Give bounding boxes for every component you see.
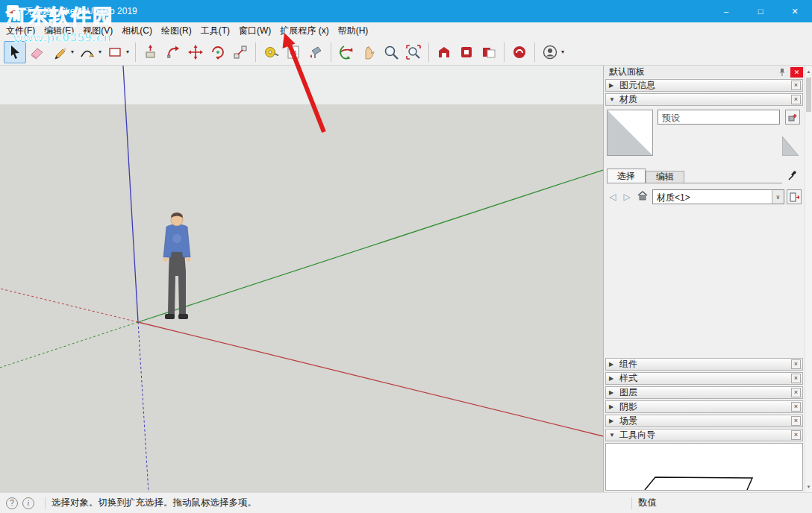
info-icon[interactable]: i bbox=[22, 497, 34, 509]
section-entity-info-close[interactable]: × bbox=[791, 81, 801, 90]
menu-edit[interactable]: 编辑(E) bbox=[40, 22, 78, 40]
select-tool-button[interactable] bbox=[4, 41, 26, 63]
zoom-extents-icon bbox=[405, 44, 422, 60]
rectangle-tool-button[interactable] bbox=[104, 41, 126, 63]
measurements-label: 数值 bbox=[638, 497, 657, 509]
section-instructor-close[interactable]: × bbox=[791, 430, 801, 440]
section-styles[interactable]: ▶ 样式 × bbox=[605, 372, 803, 385]
section-components-close[interactable]: × bbox=[791, 359, 801, 369]
account-button[interactable] bbox=[539, 41, 561, 63]
section-scenes[interactable]: ▶ 场景 × bbox=[605, 415, 803, 427]
zoom-extents-tool-button[interactable] bbox=[402, 41, 425, 63]
tape-measure-tool-button[interactable] bbox=[260, 41, 282, 63]
chevron-right-icon[interactable]: ▶ bbox=[609, 389, 616, 396]
tray-title: 默认面板 bbox=[609, 66, 645, 78]
rotate-tool-button[interactable] bbox=[207, 41, 229, 63]
rectangle-tool-dropdown-icon[interactable]: ▾ bbox=[126, 48, 129, 55]
chevron-down-icon[interactable]: ▼ bbox=[609, 96, 616, 103]
panel-scrollbar[interactable]: ▲ ▼ bbox=[805, 66, 812, 492]
pushpull-tool-button[interactable] bbox=[140, 41, 162, 63]
3d-warehouse-button[interactable] bbox=[433, 41, 455, 63]
styles-share-button[interactable] bbox=[508, 41, 531, 63]
section-materials-close[interactable]: × bbox=[791, 95, 801, 104]
section-shadows-close[interactable]: × bbox=[791, 402, 801, 412]
minimize-button[interactable]: – bbox=[709, 0, 743, 22]
tab-select[interactable]: 选择 bbox=[607, 169, 646, 183]
menu-view[interactable]: 视图(V) bbox=[78, 22, 117, 40]
text-tool-button[interactable]: A1 bbox=[282, 41, 304, 63]
materials-panel: 预设 选择 编辑 bbox=[605, 107, 803, 357]
chevron-right-icon[interactable]: ▶ bbox=[609, 375, 616, 382]
measurements-input[interactable] bbox=[657, 496, 806, 511]
menu-tools[interactable]: 工具(T) bbox=[196, 22, 234, 40]
send-to-layout-icon bbox=[481, 44, 497, 60]
chevron-right-icon[interactable]: ▶ bbox=[609, 418, 616, 424]
scrollbar-thumb[interactable] bbox=[806, 78, 811, 112]
offset-tool-button[interactable] bbox=[162, 41, 184, 63]
scroll-up-button[interactable]: ▲ bbox=[805, 66, 812, 77]
chevron-right-icon[interactable]: ▶ bbox=[609, 82, 616, 89]
help-icon[interactable]: ? bbox=[6, 497, 18, 509]
menu-file[interactable]: 文件(F) bbox=[1, 22, 40, 40]
3d-viewport[interactable] bbox=[0, 66, 603, 492]
material-collection-dropdown[interactable]: 材质<1> ∨ bbox=[652, 189, 784, 204]
tray-header[interactable]: 默认面板 ✕ bbox=[604, 66, 805, 78]
paint-bucket-tool-button[interactable] bbox=[304, 41, 327, 63]
arc-tool-button[interactable] bbox=[76, 41, 99, 63]
tape-measure-icon bbox=[263, 44, 279, 60]
forward-arrow-icon[interactable]: ▷ bbox=[621, 192, 633, 202]
section-materials[interactable]: ▼ 材质 × bbox=[605, 93, 803, 106]
line-tool-button[interactable] bbox=[49, 41, 71, 63]
section-scenes-close[interactable]: × bbox=[791, 416, 801, 426]
rectangle-icon bbox=[107, 44, 123, 60]
3d-warehouse-icon bbox=[436, 44, 452, 60]
material-preview-thumbnail bbox=[607, 110, 653, 156]
extension-warehouse-icon bbox=[458, 44, 475, 60]
instructor-illustration bbox=[606, 444, 802, 490]
sample-paint-button[interactable] bbox=[785, 168, 800, 183]
pan-tool-button[interactable] bbox=[357, 41, 380, 63]
chevron-right-icon[interactable]: ▶ bbox=[609, 361, 616, 368]
title-bar: 无标题 - SketchUp Pro 2019 – □ ✕ bbox=[0, 0, 812, 22]
move-tool-button[interactable] bbox=[184, 41, 207, 63]
menu-bar: 文件(F) 编辑(E) 视图(V) 相机(C) 绘图(R) 工具(T) 窗口(W… bbox=[0, 22, 812, 39]
section-styles-close[interactable]: × bbox=[791, 374, 801, 383]
in-model-button[interactable] bbox=[635, 191, 650, 203]
section-shadows[interactable]: ▶ 阴影 × bbox=[605, 400, 803, 413]
back-arrow-icon[interactable]: ◁ bbox=[607, 192, 619, 202]
tab-edit[interactable]: 编辑 bbox=[646, 171, 684, 183]
orbit-icon bbox=[338, 44, 355, 60]
combo-chevron-icon[interactable]: ∨ bbox=[772, 190, 784, 204]
send-to-layout-button[interactable] bbox=[478, 41, 500, 63]
section-components[interactable]: ▶ 组件 × bbox=[605, 358, 803, 371]
chevron-right-icon[interactable]: ▶ bbox=[609, 403, 616, 410]
section-instructor[interactable]: ▼ 工具向导 × bbox=[605, 429, 803, 441]
create-material-button[interactable] bbox=[785, 110, 800, 125]
menu-camera[interactable]: 相机(C) bbox=[117, 22, 157, 40]
secondary-pane-button[interactable] bbox=[787, 189, 802, 204]
zoom-tool-button[interactable] bbox=[380, 41, 402, 63]
materials-list-area[interactable] bbox=[607, 208, 802, 356]
pin-icon[interactable] bbox=[777, 67, 787, 78]
section-entity-info[interactable]: ▶ 图元信息 × bbox=[605, 79, 803, 92]
account-dropdown-icon[interactable]: ▾ bbox=[561, 48, 564, 55]
toolbar-separator bbox=[428, 43, 429, 62]
scale-tool-button[interactable] bbox=[229, 41, 252, 63]
menu-window[interactable]: 窗口(W) bbox=[234, 22, 275, 40]
eraser-tool-button[interactable] bbox=[26, 41, 49, 63]
menu-extensions[interactable]: 扩展程序 (x) bbox=[275, 22, 333, 40]
material-name-field[interactable]: 预设 bbox=[658, 110, 780, 125]
close-button[interactable]: ✕ bbox=[778, 0, 812, 22]
scroll-down-button[interactable]: ▼ bbox=[805, 481, 812, 492]
extension-warehouse-button[interactable] bbox=[455, 41, 478, 63]
menu-help[interactable]: 帮助(H) bbox=[334, 22, 373, 40]
arc-tool-dropdown-icon[interactable]: ▾ bbox=[99, 48, 102, 55]
orbit-tool-button[interactable] bbox=[335, 41, 357, 63]
chevron-down-icon[interactable]: ▼ bbox=[609, 432, 616, 438]
maximize-button[interactable]: □ bbox=[743, 0, 778, 22]
tray-close-button[interactable]: ✕ bbox=[790, 67, 803, 78]
section-layers-close[interactable]: × bbox=[791, 388, 801, 397]
menu-draw[interactable]: 绘图(R) bbox=[157, 22, 196, 40]
line-tool-dropdown-icon[interactable]: ▾ bbox=[71, 48, 74, 55]
section-layers[interactable]: ▶ 图层 × bbox=[605, 386, 803, 399]
